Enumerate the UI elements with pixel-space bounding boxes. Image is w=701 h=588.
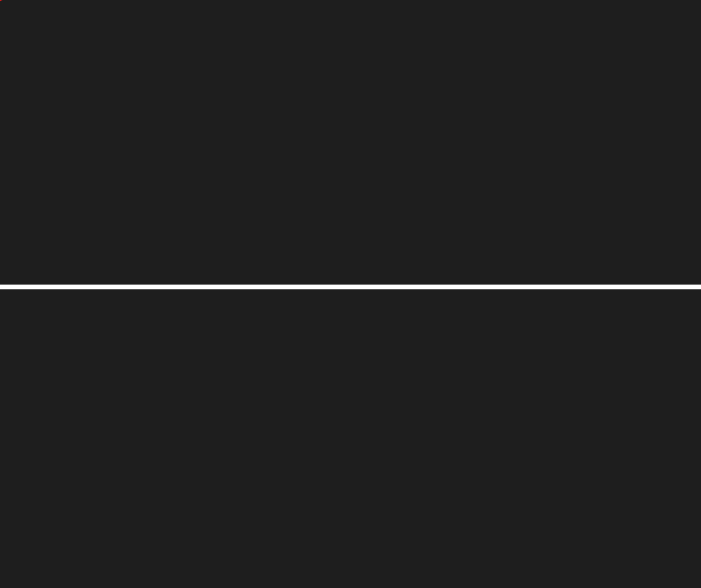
disassembly-pane-bottom (0, 289, 701, 588)
disassembly-pane-top (0, 0, 701, 285)
